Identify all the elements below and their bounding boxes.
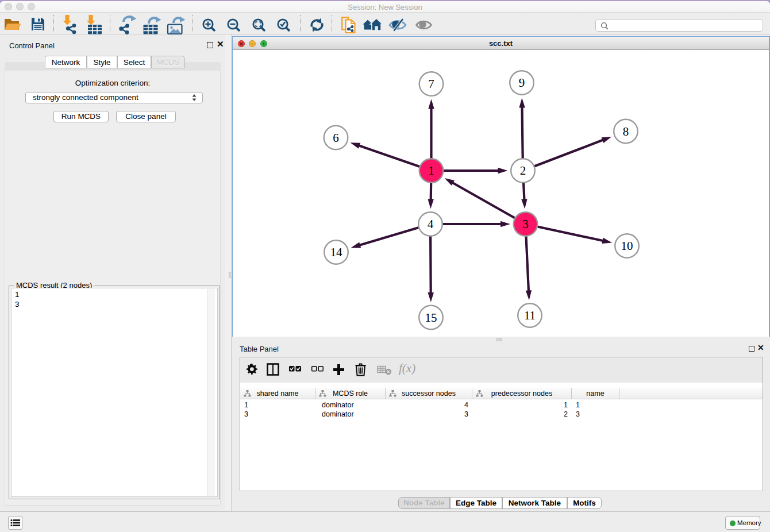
svg-text:9: 9 bbox=[519, 76, 525, 90]
svg-text:15: 15 bbox=[425, 311, 437, 325]
svg-text:1: 1 bbox=[428, 164, 434, 178]
svg-text:10: 10 bbox=[621, 239, 633, 253]
svg-text:3: 3 bbox=[522, 217, 529, 231]
svg-text:7: 7 bbox=[428, 77, 434, 91]
svg-text:8: 8 bbox=[623, 125, 629, 138]
svg-text:2: 2 bbox=[520, 164, 526, 178]
svg-text:14: 14 bbox=[330, 245, 343, 259]
svg-text:4: 4 bbox=[428, 217, 434, 231]
svg-text:6: 6 bbox=[333, 131, 339, 145]
svg-text:11: 11 bbox=[524, 309, 536, 322]
